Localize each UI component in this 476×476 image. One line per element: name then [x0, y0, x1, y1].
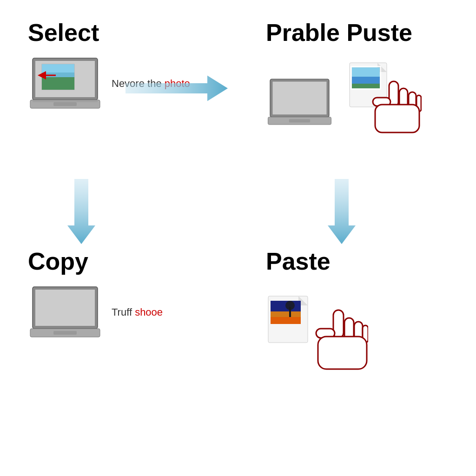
copy-caption: Truff shooe	[112, 306, 163, 318]
svg-marker-45	[328, 179, 356, 244]
prable-hand-icon	[370, 79, 422, 139]
prable-content	[266, 56, 459, 149]
svg-point-36	[285, 301, 295, 310]
svg-marker-44	[67, 179, 95, 244]
svg-rect-27	[35, 290, 95, 326]
svg-rect-4	[42, 77, 74, 90]
arrow-down-right-icon	[325, 179, 358, 244]
select-laptop-icon	[28, 56, 102, 112]
svg-rect-9	[33, 101, 98, 102]
prable-laptop-icon	[266, 77, 333, 128]
paste-content	[266, 289, 368, 377]
svg-rect-25	[375, 105, 419, 132]
arrow-right-icon	[126, 72, 228, 105]
copy-laptop-icon	[28, 284, 102, 340]
paste-title: Paste	[266, 247, 331, 275]
svg-rect-13	[289, 119, 310, 122]
prable-title: Prable Puste	[266, 19, 412, 46]
svg-marker-43	[126, 76, 228, 101]
paste-section: Paste	[238, 238, 476, 476]
paste-photo-icon	[266, 294, 317, 354]
copy-content: Truff shooe	[28, 284, 163, 340]
select-title: Select	[28, 19, 99, 46]
arrow-down-left-icon	[65, 179, 98, 244]
copy-title: Copy	[28, 247, 88, 275]
svg-rect-29	[53, 331, 77, 335]
svg-rect-42	[318, 337, 367, 369]
svg-rect-34	[271, 317, 301, 324]
svg-rect-8	[53, 102, 77, 106]
svg-rect-11	[273, 82, 327, 115]
select-section: Select Nevore th	[0, 0, 238, 238]
prable-hand-area	[343, 56, 459, 149]
paste-hand-icon	[312, 308, 368, 377]
copy-section: Copy Truff shooe	[0, 238, 238, 476]
